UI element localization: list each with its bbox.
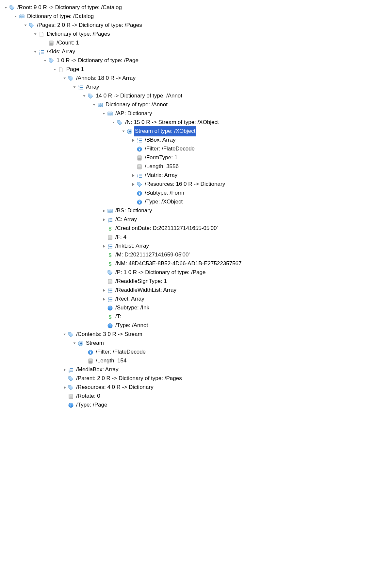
calc-icon: [48, 40, 54, 46]
chevron-down-icon[interactable]: ▼: [23, 23, 28, 27]
calc-icon: [137, 155, 142, 161]
chevron-down-icon[interactable]: ▼: [72, 85, 77, 89]
tree-row[interactable]: ▶/MediaBox: Array: [2, 365, 392, 374]
chevron-right-icon[interactable]: ▶: [102, 207, 106, 214]
tree-row[interactable]: /Type: /Annot: [2, 321, 392, 330]
tree-row[interactable]: ▼Stream: [2, 339, 392, 348]
chevron-right-icon[interactable]: ▶: [63, 366, 66, 373]
chevron-down-icon[interactable]: ▼: [62, 332, 67, 337]
tree-row[interactable]: ▶/Resources: 4 0 R -> Dictionary: [2, 383, 392, 392]
pdf-structure-tree[interactable]: ▼/Root: 9 0 R -> Dictionary of type: /Ca…: [0, 0, 392, 416]
chevron-down-icon[interactable]: ▼: [101, 111, 106, 116]
list-icon: [107, 296, 113, 302]
calc-icon: [107, 235, 113, 240]
tree-row[interactable]: /Type: /XObject: [2, 198, 392, 206]
tree-row[interactable]: ▼Dictionary of type: /Annot: [2, 100, 392, 109]
book-icon: [19, 14, 25, 20]
info-icon: [68, 402, 74, 408]
tree-row[interactable]: ▶/Resources: 16 0 R -> Dictionary: [2, 180, 392, 189]
chevron-down-icon[interactable]: ▼: [91, 102, 97, 107]
node-label[interactable]: /Type: /Page: [75, 400, 108, 410]
chevron-down-icon[interactable]: ▼: [42, 58, 48, 63]
node-label[interactable]: /CreationDate: D:20211127141655-05'00': [114, 223, 219, 234]
list-icon: [137, 137, 142, 143]
tree-row[interactable]: ▼/Annots: 18 0 R -> Array: [2, 74, 392, 83]
tree-row[interactable]: ▼Page 1: [2, 65, 392, 74]
chevron-down-icon[interactable]: ▼: [52, 67, 57, 72]
tag-icon: [88, 93, 93, 99]
tree-row[interactable]: /Rotate: 0: [2, 392, 392, 401]
tree-row[interactable]: /Count: 1: [2, 39, 392, 47]
chevron-down-icon[interactable]: ▼: [3, 5, 8, 10]
tree-row[interactable]: /P: 1 0 R -> Dictionary of type: /Page: [2, 268, 392, 277]
chevron-right-icon[interactable]: ▶: [131, 181, 135, 187]
chevron-right-icon[interactable]: ▶: [102, 287, 106, 293]
chevron-right-icon[interactable]: ▶: [131, 137, 135, 143]
chevron-down-icon[interactable]: ▼: [111, 120, 116, 125]
tree-row[interactable]: ▼/Kids: Array: [2, 47, 392, 56]
tree-row[interactable]: ▼/Root: 9 0 R -> Dictionary of type: /Ca…: [2, 3, 392, 12]
tree-row[interactable]: ▶/ReaddleWidthList: Array: [2, 286, 392, 295]
tree-row[interactable]: /F: 4: [2, 233, 392, 242]
tree-row[interactable]: /ReaddleSignType: 1: [2, 277, 392, 286]
tree-row[interactable]: /Length: 154: [2, 357, 392, 365]
tag-icon: [68, 332, 74, 338]
tree-row[interactable]: ▶/C: Array: [2, 215, 392, 224]
chevron-down-icon[interactable]: ▼: [82, 94, 87, 98]
chevron-down-icon[interactable]: ▼: [13, 14, 18, 19]
tree-row[interactable]: ▼Dictionary of type: /Catalog: [2, 12, 392, 21]
tree-row[interactable]: ▶/BBox: Array: [2, 136, 392, 145]
tree-row[interactable]: ▼/AP: Dictionary: [2, 109, 392, 118]
tree-row[interactable]: ▼/Pages: 2 0 R -> Dictionary of type: /P…: [2, 21, 392, 30]
list-icon: [107, 243, 113, 249]
chevron-down-icon[interactable]: ▼: [62, 76, 67, 80]
tag-icon: [9, 5, 15, 11]
chevron-down-icon[interactable]: ▼: [121, 129, 126, 133]
tree-row[interactable]: /Subtype: /Ink: [2, 304, 392, 312]
tree-row[interactable]: ▶/Rect: Array: [2, 295, 392, 304]
book-icon: [97, 102, 103, 108]
tree-row[interactable]: /FormType: 1: [2, 153, 392, 162]
chevron-right-icon[interactable]: ▶: [63, 384, 66, 391]
tree-row[interactable]: /Filter: /FlateDecode: [2, 348, 392, 357]
tree-row[interactable]: /NM: 48D4C53E-8B52-4D66-AD1B-E2752235756…: [2, 259, 392, 268]
tree-row[interactable]: /Filter: /FlateDecode: [2, 145, 392, 153]
tree-row[interactable]: ▼Array: [2, 83, 392, 92]
tree-row[interactable]: /T:: [2, 312, 392, 321]
tree-row[interactable]: ▼14 0 R -> Dictionary of type: /Annot: [2, 92, 392, 100]
tag-icon: [68, 376, 74, 382]
tag-icon: [29, 23, 35, 28]
list-icon: [137, 173, 142, 179]
chevron-right-icon[interactable]: ▶: [131, 172, 135, 179]
tree-row[interactable]: ▶/Matrix: Array: [2, 171, 392, 180]
chevron-right-icon[interactable]: ▶: [102, 216, 106, 223]
tree-row[interactable]: /Type: /Page: [2, 401, 392, 409]
calc-icon: [88, 358, 93, 364]
info-icon: [107, 305, 113, 311]
chevron-down-icon[interactable]: ▼: [72, 341, 77, 345]
tree-row[interactable]: ▼/Contents: 3 0 R -> Stream: [2, 330, 392, 339]
play-icon: [127, 129, 133, 134]
chevron-right-icon[interactable]: ▶: [102, 296, 106, 302]
doc-icon: [39, 31, 44, 37]
dollar-icon: [107, 261, 113, 267]
tree-row[interactable]: ▶/InkList: Array: [2, 242, 392, 251]
chevron-right-icon[interactable]: ▶: [102, 243, 106, 249]
node-label[interactable]: /Annots: 18 0 R -> Array: [75, 73, 137, 83]
book-icon: [107, 111, 113, 117]
list-icon: [68, 367, 74, 373]
tree-row[interactable]: /M: D:20211127141659-05'00': [2, 251, 392, 259]
tree-row[interactable]: /Length: 3556: [2, 162, 392, 171]
chevron-down-icon[interactable]: ▼: [33, 32, 38, 36]
tree-row[interactable]: ▼1 0 R -> Dictionary of type: /Page: [2, 56, 392, 65]
tree-row[interactable]: ▼/N: 15 0 R -> Stream of type: /XObject: [2, 118, 392, 127]
tree-row[interactable]: /Subtype: /Form: [2, 189, 392, 198]
info-icon: [107, 323, 113, 329]
tree-row[interactable]: ▶/BS: Dictionary: [2, 206, 392, 215]
tree-row[interactable]: ▼Stream of type: /XObject: [2, 127, 392, 136]
chevron-down-icon[interactable]: ▼: [33, 49, 38, 54]
list-icon: [78, 84, 84, 90]
tree-row[interactable]: /CreationDate: D:20211127141655-05'00': [2, 224, 392, 233]
tree-row[interactable]: ▼Dictionary of type: /Pages: [2, 30, 392, 39]
tree-row[interactable]: /Parent: 2 0 R -> Dictionary of type: /P…: [2, 374, 392, 383]
